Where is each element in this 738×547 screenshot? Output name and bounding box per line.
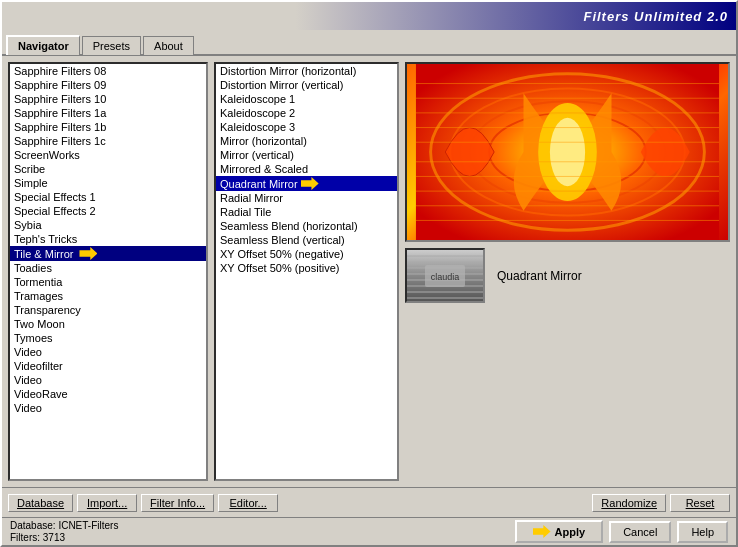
preview-svg [407,64,728,240]
cancel-button[interactable]: Cancel [609,521,671,543]
reset-button[interactable]: Reset [670,494,730,512]
category-label: Tile & Mirror [14,248,73,260]
filter-name-text: Quadrant Mirror [497,269,582,283]
database-label: Database: [10,520,56,531]
editor-button[interactable]: Editor... [218,494,278,512]
filter-item[interactable]: XY Offset 50% (positive) [216,261,397,275]
filter-item[interactable]: Mirror (horizontal) [216,134,397,148]
filters-label: Filters: [10,532,40,543]
filters-status: Filters: 3713 [10,532,118,543]
list-item[interactable]: Sybia [10,218,206,232]
list-item[interactable]: Sapphire Filters 08 [10,64,206,78]
svg-text:claudia: claudia [431,272,460,282]
filter-item[interactable]: Kaleidoscope 3 [216,120,397,134]
thumbnail: claudia [405,248,485,303]
list-item[interactable]: Sapphire Filters 1a [10,106,206,120]
filter-label: Quadrant Mirror [220,178,298,190]
title-bar: Filters Unlimited 2.0 [2,2,736,30]
apply-button-inner: Apply [533,525,586,538]
list-item[interactable]: Simple [10,176,206,190]
import-button[interactable]: Import... [77,494,137,512]
right-spacer [405,309,730,481]
filter-item[interactable]: Radial Tile [216,205,397,219]
filter-item[interactable]: Distortion Mirror (vertical) [216,78,397,92]
thumbnail-svg: claudia [407,250,483,301]
filter-item[interactable]: XY Offset 50% (negative) [216,247,397,261]
selected-arrow-icon [301,177,319,190]
list-item[interactable]: Video [10,373,206,387]
list-item[interactable]: Sapphire Filters 09 [10,78,206,92]
filter-item[interactable]: Radial Mirror [216,191,397,205]
main-window: Filters Unlimited 2.0 Navigator Presets … [0,0,738,547]
list-item[interactable]: Video [10,345,206,359]
title-text: Filters Unlimited 2.0 [583,9,728,24]
preview-area [405,62,730,242]
arrow-icon [79,247,97,260]
filter-list[interactable]: Distortion Mirror (horizontal) Distortio… [214,62,399,481]
filter-item[interactable]: Seamless Blend (vertical) [216,233,397,247]
list-item[interactable]: Two Moon [10,317,206,331]
thumbnail-inner: claudia [407,250,483,301]
list-item[interactable]: Teph's Tricks [10,232,206,246]
filter-item[interactable]: Seamless Blend (horizontal) [216,219,397,233]
tab-presets[interactable]: Presets [82,36,141,55]
list-item[interactable]: Special Effects 1 [10,190,206,204]
list-item[interactable]: Transparency [10,303,206,317]
list-item[interactable]: Toadies [10,261,206,275]
filter-item[interactable]: Kaleidoscope 2 [216,106,397,120]
list-item[interactable]: Tramages [10,289,206,303]
status-bar: Database: ICNET-Filters Filters: 3713 Ap… [2,517,736,545]
list-item[interactable]: Sapphire Filters 1c [10,134,206,148]
list-item[interactable]: Special Effects 2 [10,204,206,218]
list-item[interactable]: Sapphire Filters 1b [10,120,206,134]
help-button[interactable]: Help [677,521,728,543]
list-item[interactable]: Videofilter [10,359,206,373]
filter-info-button[interactable]: Filter Info... [141,494,214,512]
tab-about[interactable]: About [143,36,194,55]
right-panel: claudia Quadrant Mirror [405,62,730,481]
status-info: Database: ICNET-Filters Filters: 3713 [10,520,118,543]
info-row: claudia Quadrant Mirror [405,248,730,303]
database-status: Database: ICNET-Filters [10,520,118,531]
database-value: ICNET-Filters [58,520,118,531]
filter-item[interactable]: Kaleidoscope 1 [216,92,397,106]
list-item[interactable]: ScreenWorks [10,148,206,162]
list-item[interactable]: Scribe [10,162,206,176]
apply-label: Apply [555,526,586,538]
list-item[interactable]: Sapphire Filters 10 [10,92,206,106]
filter-item[interactable]: Mirror (vertical) [216,148,397,162]
list-item[interactable]: Tormentia [10,275,206,289]
apply-button[interactable]: Apply [515,520,604,543]
filter-quadrant-mirror[interactable]: Quadrant Mirror [216,176,397,191]
action-buttons: Apply Cancel Help [515,520,728,543]
list-item[interactable]: Tymoes [10,331,206,345]
filter-item[interactable]: Mirrored & Scaled [216,162,397,176]
database-button[interactable]: Database [8,494,73,512]
list-item[interactable]: VideoRave [10,387,206,401]
tab-navigator[interactable]: Navigator [6,35,80,55]
filter-item[interactable]: Distortion Mirror (horizontal) [216,64,397,78]
apply-arrow-icon [533,525,551,538]
category-list[interactable]: Sapphire Filters 08 Sapphire Filters 09 … [8,62,208,481]
randomize-button[interactable]: Randomize [592,494,666,512]
bottom-toolbar: Database Import... Filter Info... Editor… [2,487,736,517]
tab-bar: Navigator Presets About [2,30,736,56]
filters-value: 3713 [43,532,65,543]
category-tile-mirror[interactable]: Tile & Mirror [10,246,206,261]
main-content: Sapphire Filters 08 Sapphire Filters 09 … [2,56,736,487]
filter-name-display: Quadrant Mirror [493,265,730,287]
list-item[interactable]: Video [10,401,206,415]
